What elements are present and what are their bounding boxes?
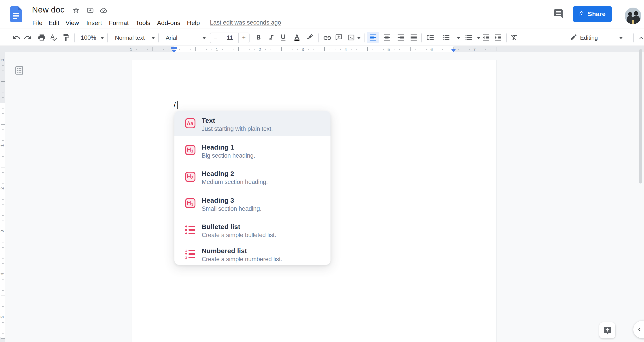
svg-text:2: 2 bbox=[185, 252, 187, 256]
svg-text:3: 3 bbox=[185, 255, 187, 259]
